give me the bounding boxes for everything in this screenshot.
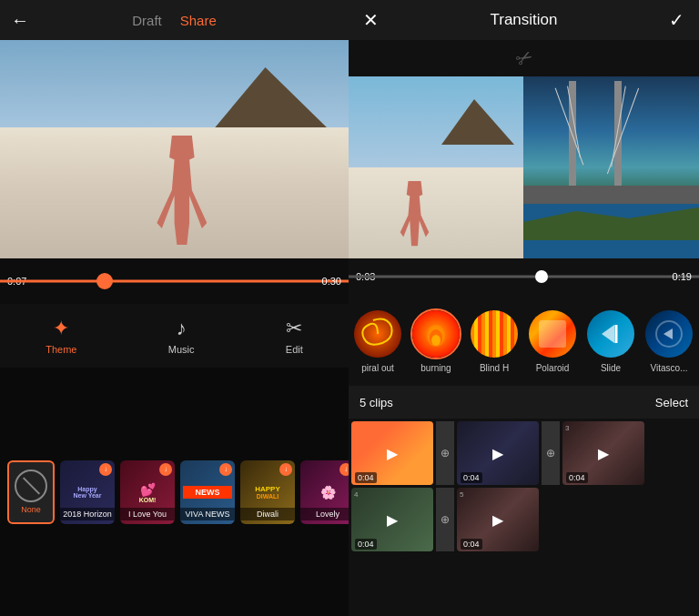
play-icon-5: ▶ xyxy=(492,511,503,529)
bridge-road xyxy=(523,186,699,204)
effect-label-polaroid: Polaroid xyxy=(536,363,570,373)
svg-marker-6 xyxy=(664,328,673,339)
play-icon-3: ▶ xyxy=(598,445,609,462)
edit-tool[interactable]: ✂ Edit xyxy=(286,317,303,355)
effect-visual-polaroid xyxy=(529,310,576,358)
effect-visual-vitasco xyxy=(645,310,693,358)
effect-visual-blind xyxy=(471,310,518,358)
clips-header: 5 clips Select xyxy=(349,386,699,419)
effect-circle-spiral xyxy=(352,308,403,359)
svg-marker-3 xyxy=(602,325,614,343)
theme-horizon-text: Happy New Year xyxy=(63,486,112,499)
clips-row-2: 4 ▶ 0:04 ⊕ 5 ▶ 0:04 xyxy=(351,488,696,551)
right-video-left xyxy=(349,76,523,258)
clip-item-5[interactable]: 5 ▶ 0:04 xyxy=(457,488,539,551)
play-icon-4: ▶ xyxy=(387,511,398,529)
transition-add-2[interactable]: ⊕ xyxy=(542,421,560,485)
theme-label: Theme xyxy=(46,344,76,355)
right-video-right xyxy=(523,76,699,258)
play-icon-2: ▶ xyxy=(492,445,503,462)
clip-item-3[interactable]: 3 ▶ 0:04 xyxy=(562,421,644,485)
timeline-bar-left xyxy=(0,280,349,283)
effect-circle-slide xyxy=(585,308,636,359)
effect-slide[interactable]: Slide xyxy=(585,308,636,373)
effect-burning[interactable]: burning xyxy=(410,308,461,373)
theme-horizon[interactable]: ↓ Happy New Year 2018 Horizon xyxy=(60,460,115,524)
music-tool[interactable]: ♪ Music xyxy=(168,317,195,355)
play-icon-1: ▶ xyxy=(387,445,398,462)
back-button[interactable]: ← xyxy=(11,10,29,31)
time-end-left: 0:30 xyxy=(322,276,341,287)
clip-duration-2: 0:04 xyxy=(461,472,482,483)
left-timeline[interactable]: 0:07 0:30 xyxy=(0,258,349,304)
effect-visual-slide xyxy=(587,310,634,358)
download-badge-diwali: ↓ xyxy=(279,463,292,476)
effect-polaroid[interactable]: Polaroid xyxy=(527,308,578,373)
clips-select-button[interactable]: Select xyxy=(655,396,688,409)
effect-visual-spiral xyxy=(354,310,401,358)
edit-label: Edit xyxy=(286,344,303,355)
right-timeline[interactable]: 0:03 0:19 xyxy=(349,258,699,295)
right-video-area xyxy=(349,76,699,258)
effects-strip: piral out burning Blind H xyxy=(349,295,699,386)
clip-item-2[interactable]: ▶ 0:04 xyxy=(457,421,539,485)
rt-time-end: 0:19 xyxy=(673,271,692,282)
beach-person xyxy=(157,136,207,245)
effect-label-blind: Blind H xyxy=(480,363,509,373)
effect-circle-vitasco xyxy=(643,308,694,359)
theme-tool[interactable]: ✦ Theme xyxy=(46,317,76,355)
person-silhouette xyxy=(157,136,207,245)
effect-spiral[interactable]: piral out xyxy=(352,308,403,373)
transition-add-3[interactable]: ⊕ xyxy=(436,488,454,551)
rv-sand xyxy=(349,167,523,258)
right-header: ✕ Transition ✓ xyxy=(349,0,699,40)
effect-label-slide: Slide xyxy=(601,363,621,373)
effect-vitasco[interactable]: Vitasco... xyxy=(643,308,694,373)
confirm-button[interactable]: ✓ xyxy=(669,9,684,31)
left-video xyxy=(0,40,349,258)
clip-duration-4: 0:04 xyxy=(355,539,377,550)
theme-diwali-label: Diwali xyxy=(240,508,295,520)
close-button[interactable]: ✕ xyxy=(363,9,379,31)
effect-blind-h[interactable]: Blind H xyxy=(469,308,520,373)
transition-icon-2: ⊕ xyxy=(546,447,555,459)
effect-visual-burning xyxy=(412,310,460,358)
theme-news-label: VIVA NEWS xyxy=(180,508,235,520)
themes-strip: None ↓ Happy New Year 2018 Horizon ↓ 💕 K… xyxy=(0,368,349,616)
effect-circle-blind xyxy=(469,308,520,359)
scissors-icon: ✂ xyxy=(511,44,537,73)
transition-add-1[interactable]: ⊕ xyxy=(436,421,454,485)
theme-news[interactable]: ↓ NEWS VIVA NEWS xyxy=(180,460,235,524)
theme-lovely-text: 🌸 xyxy=(303,485,349,500)
rt-scrubber[interactable] xyxy=(535,270,548,283)
theme-none[interactable]: None xyxy=(7,460,55,524)
clip-duration-3: 0:04 xyxy=(566,472,588,483)
none-circle xyxy=(15,470,47,502)
transition-icon-3: ⊕ xyxy=(441,513,450,526)
music-icon: ♪ xyxy=(177,317,187,340)
clip-item-4[interactable]: 4 ▶ 0:04 xyxy=(351,488,433,551)
theme-horizon-label: 2018 Horizon xyxy=(60,508,115,520)
theme-love[interactable]: ↓ 💕 KOM! I Love You xyxy=(120,460,175,524)
right-panel: ✕ Transition ✓ ✂ 0:03 xyxy=(349,0,699,616)
theme-diwali[interactable]: ↓ HAPPY DIWALI Diwali xyxy=(240,460,295,524)
timeline-scrubber-left[interactable] xyxy=(96,273,113,289)
header-tabs: Draft Share xyxy=(132,13,217,28)
rt-bar xyxy=(349,276,699,278)
share-tab[interactable]: Share xyxy=(180,13,217,28)
theme-love-label: I Love You xyxy=(120,508,175,520)
effect-label-vitasco: Vitasco... xyxy=(651,363,688,373)
effect-circle-burning xyxy=(410,308,461,359)
theme-lovely[interactable]: ↓ 🌸 Lovely xyxy=(300,460,349,524)
theme-icon: ✦ xyxy=(53,317,69,340)
download-badge-love: ↓ xyxy=(159,463,172,476)
theme-diwali-text: HAPPY DIWALI xyxy=(243,485,292,500)
rv-sky xyxy=(349,76,523,167)
draft-tab[interactable]: Draft xyxy=(132,13,162,28)
clips-grid: ▶ 0:04 ⊕ ▶ 0:04 ⊕ 3 ▶ 0:04 xyxy=(349,419,699,616)
clip-item-1[interactable]: ▶ 0:04 xyxy=(351,421,433,485)
theme-news-text: NEWS xyxy=(183,486,232,499)
download-badge-news: ↓ xyxy=(219,463,232,476)
edit-icon: ✂ xyxy=(286,317,302,340)
left-header: ← Draft Share xyxy=(0,0,349,40)
